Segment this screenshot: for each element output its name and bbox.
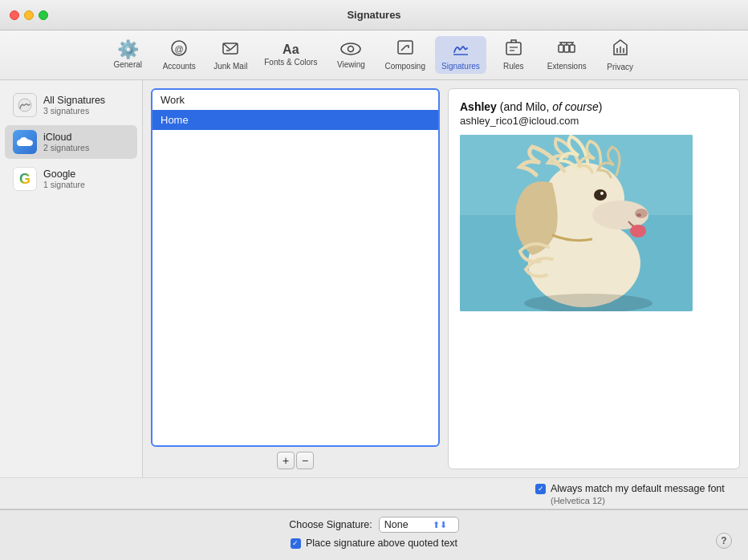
all-signatures-icon [13, 93, 37, 117]
dropdown-arrows-icon: ⬆⬇ [433, 520, 447, 530]
viewing-icon [340, 41, 361, 59]
toolbar-extensions[interactable]: Extensions [541, 36, 593, 74]
font-match-checkbox-row: ✓ Always match my default message font [535, 483, 732, 494]
minimize-button[interactable] [24, 10, 34, 20]
icloud-name: iCloud [43, 132, 89, 143]
place-sig-checkbox-row: ✓ Place signature above quoted text [291, 538, 457, 549]
sig-name-italic: of course [552, 100, 599, 113]
composing-label: Composing [384, 62, 425, 71]
fonts-colors-label: Fonts & Colors [264, 58, 317, 67]
toolbar-composing[interactable]: Composing [378, 36, 432, 74]
signature-list[interactable]: Work Home [151, 88, 440, 447]
toolbar-signatures[interactable]: Signatures [435, 36, 486, 74]
all-signatures-name: All Signatures [43, 95, 105, 106]
sidebar-item-icloud[interactable]: iCloud 2 signatures [5, 125, 137, 159]
rules-label: Rules [503, 62, 524, 71]
sig-dropdown-value: None [384, 519, 409, 530]
viewing-label: Viewing [337, 60, 365, 69]
svg-point-32 [594, 189, 607, 201]
sig-preview-name: Ashley (and Milo, of course) [460, 100, 728, 113]
sig-item-work[interactable]: Work [152, 90, 438, 110]
privacy-icon [612, 39, 628, 61]
sig-name-rest: (and Milo, [500, 100, 552, 113]
toolbar-privacy[interactable]: Privacy [596, 35, 644, 75]
general-label: General [113, 60, 142, 69]
choose-sig-label: Choose Signature: [289, 519, 372, 530]
sig-name-bold: Ashley [460, 100, 497, 113]
general-icon: ⚙️ [117, 41, 139, 59]
junk-mail-label: Junk Mail [213, 62, 247, 71]
toolbar-fonts-colors[interactable]: Aa Fonts & Colors [258, 40, 323, 70]
place-sig-checkbox[interactable]: ✓ [291, 538, 301, 549]
middle-panel: Work Home + − [143, 80, 448, 477]
google-name: Google [43, 168, 85, 180]
sig-preview-email: ashley_rico1@icloud.com [460, 115, 728, 127]
sidebar-item-all-signatures[interactable]: All Signatures 3 signatures [5, 88, 137, 122]
accounts-label: Accounts [163, 62, 196, 71]
composing-icon [396, 39, 414, 60]
main-content: All Signatures 3 signatures iCloud 2 sig… [0, 80, 748, 560]
all-signatures-count: 3 signatures [43, 106, 105, 116]
place-sig-label: Place signature above quoted text [306, 538, 457, 549]
svg-point-31 [630, 225, 646, 237]
toolbar-viewing[interactable]: Viewing [327, 38, 375, 72]
dog-svg [460, 135, 693, 311]
sidebar: All Signatures 3 signatures iCloud 2 sig… [0, 80, 143, 477]
sidebar-item-google[interactable]: G Google 1 signature [5, 162, 137, 196]
privacy-label: Privacy [607, 63, 633, 71]
toolbar-rules[interactable]: Rules [490, 36, 538, 74]
font-match-label: Always match my default message font [551, 483, 725, 494]
svg-point-4 [341, 43, 360, 55]
toolbar-accounts[interactable]: @ Accounts [155, 36, 203, 74]
window-title: Signatures [347, 9, 400, 21]
font-match-checkbox[interactable]: ✓ [535, 484, 546, 494]
google-count: 1 signature [43, 180, 85, 189]
svg-rect-12 [559, 45, 563, 52]
bottom-bar-wrapper: Choose Signature: None ⬆⬇ ✓ Place signat… [0, 509, 748, 560]
maximize-button[interactable] [39, 10, 48, 20]
fonts-colors-icon: Aa [283, 43, 299, 56]
svg-point-5 [348, 47, 354, 52]
junk-mail-icon [222, 39, 239, 60]
font-hint: (Helvetica 12) [551, 496, 732, 505]
font-match-row: ✓ Always match my default message font (… [0, 477, 748, 509]
remove-signature-button[interactable]: − [296, 452, 314, 469]
bottom-bar: Choose Signature: None ⬆⬇ ✓ Place signat… [0, 509, 748, 560]
extensions-label: Extensions [547, 62, 587, 71]
sig-name-end: ) [599, 100, 603, 113]
close-button[interactable] [10, 10, 19, 20]
google-icon: G [13, 167, 37, 191]
signatures-icon [451, 39, 470, 60]
toolbar: ⚙️ General @ Accounts Junk Mail Aa Fonts… [0, 30, 748, 80]
icloud-icon [13, 130, 37, 154]
accounts-icon: @ [170, 39, 188, 60]
traffic-lights [10, 10, 48, 20]
choose-sig-dropdown[interactable]: None ⬆⬇ [379, 517, 459, 533]
svg-point-29 [635, 209, 648, 218]
svg-rect-9 [506, 43, 521, 55]
preview-panel: Ashley (and Milo, of course) ashley_rico… [448, 88, 740, 469]
svg-text:@: @ [175, 44, 184, 54]
sig-preview-image [460, 135, 693, 311]
content-area: All Signatures 3 signatures iCloud 2 sig… [0, 80, 748, 477]
all-signatures-text: All Signatures 3 signatures [43, 95, 105, 116]
toolbar-junk-mail[interactable]: Junk Mail [206, 36, 254, 74]
svg-point-33 [600, 192, 604, 195]
icloud-count: 2 signatures [43, 143, 89, 152]
google-text: Google 1 signature [43, 168, 85, 189]
icloud-text: iCloud 2 signatures [43, 132, 89, 152]
svg-line-7 [401, 46, 406, 51]
signatures-label: Signatures [441, 62, 480, 71]
toolbar-general[interactable]: ⚙️ General [104, 38, 152, 72]
add-signature-button[interactable]: + [277, 452, 295, 469]
choose-sig-row: Choose Signature: None ⬆⬇ [289, 517, 459, 533]
svg-point-30 [636, 213, 641, 217]
titlebar: Signatures [0, 0, 748, 30]
svg-rect-14 [570, 45, 575, 52]
rules-icon [505, 39, 522, 60]
extensions-icon [557, 39, 576, 60]
sig-controls: + − [151, 452, 440, 469]
svg-rect-13 [564, 45, 569, 52]
help-button[interactable]: ? [716, 533, 732, 549]
sig-item-home[interactable]: Home [152, 110, 438, 130]
